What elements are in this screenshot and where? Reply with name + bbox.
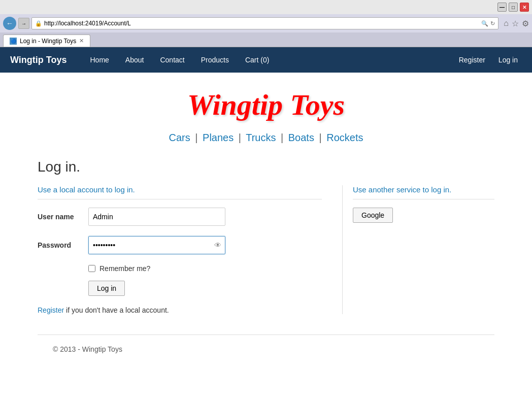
remember-me-label: Remember me? (99, 264, 150, 273)
settings-icon[interactable]: ⚙ (522, 19, 529, 28)
tab-bar: 🔵 Log in - Wingtip Toys ✕ (0, 32, 532, 47)
nav-arrows: → (18, 18, 29, 29)
site-nav-right: Register Log in (455, 49, 522, 71)
site-footer: © 2013 - Wingtip Toys (38, 334, 494, 363)
nav-login[interactable]: Log in (494, 49, 522, 71)
remember-me-row: Remember me? (88, 264, 322, 273)
local-section-title: Use a local account to log in. (38, 185, 322, 199)
username-input[interactable] (88, 208, 225, 226)
site-brand[interactable]: Wingtip Toys (10, 55, 67, 65)
site-content: Wingtip Toys Cars | Planes | Trucks | Bo… (22, 73, 510, 374)
address-icons: 🔍 ↻ (481, 20, 495, 27)
site-navbar: Wingtip Toys Home About Contact Products… (0, 47, 532, 73)
footer-text: © 2013 - Wingtip Toys (53, 345, 122, 353)
refresh-icon[interactable]: ↻ (490, 20, 495, 27)
cat-sep-4: | (319, 132, 321, 143)
forward-button[interactable]: → (18, 18, 29, 29)
login-external-section: Use another service to log in. Google (342, 185, 494, 314)
address-input[interactable] (44, 20, 481, 27)
active-tab[interactable]: 🔵 Log in - Wingtip Toys ✕ (3, 35, 90, 47)
tab-title: Log in - Wingtip Toys (20, 38, 76, 45)
password-input[interactable] (88, 236, 225, 254)
browser-nav-bar: ← → 🔒 🔍 ↻ ⌂ ☆ ⚙ (0, 14, 532, 32)
nav-cart[interactable]: Cart (0) (237, 49, 277, 71)
category-nav: Cars | Planes | Trucks | Boats | Rockets (38, 132, 494, 144)
password-toggle-icon[interactable]: 👁 (214, 241, 221, 249)
home-icon[interactable]: ⌂ (504, 19, 509, 28)
address-bar[interactable]: 🔒 🔍 ↻ (31, 17, 498, 29)
category-cars[interactable]: Cars (169, 132, 190, 143)
nav-contact[interactable]: Contact (152, 49, 192, 71)
cat-sep-2: | (239, 132, 241, 143)
login-layout: Use a local account to log in. User name… (38, 185, 494, 314)
browser-toolbar-icons: ⌂ ☆ ⚙ (504, 19, 529, 28)
minimize-button[interactable]: — (497, 3, 507, 12)
username-row: User name (38, 208, 322, 226)
tab-favicon: 🔵 (10, 38, 17, 45)
category-rockets[interactable]: Rockets (326, 132, 363, 143)
maximize-button[interactable]: □ (509, 3, 518, 12)
external-section-title: Use another service to log in. (353, 185, 494, 199)
login-button[interactable]: Log in (88, 281, 125, 296)
password-row: Password 👁 (38, 236, 322, 254)
hero-title: Wingtip Toys (38, 88, 494, 122)
nav-products[interactable]: Products (193, 49, 237, 71)
back-button[interactable]: ← (3, 17, 16, 30)
username-label: User name (38, 213, 88, 221)
close-button[interactable]: ✕ (520, 3, 529, 12)
category-trucks[interactable]: Trucks (246, 132, 276, 143)
search-icon: 🔍 (481, 20, 488, 27)
register-link-row: Register if you don't have a local accou… (38, 306, 322, 314)
title-bar: — □ ✕ (0, 0, 532, 14)
site-nav-links: Home About Contact Products Cart (0) (82, 49, 455, 71)
login-heading: Log in. (38, 159, 494, 175)
nav-home[interactable]: Home (82, 49, 117, 71)
password-wrapper: 👁 (88, 236, 225, 254)
google-login-button[interactable]: Google (353, 208, 393, 223)
category-planes[interactable]: Planes (203, 132, 234, 143)
favorites-icon[interactable]: ☆ (512, 19, 519, 28)
tab-close-button[interactable]: ✕ (79, 38, 84, 44)
category-boats[interactable]: Boats (288, 132, 314, 143)
site-wrapper: Wingtip Toys Home About Contact Products… (0, 47, 532, 403)
register-link-text: if you don't have a local account. (66, 306, 169, 314)
nav-register[interactable]: Register (455, 49, 489, 71)
cat-sep-3: | (281, 132, 283, 143)
login-local-section: Use a local account to log in. User name… (38, 185, 322, 314)
window-controls: — □ ✕ (497, 3, 529, 12)
nav-about[interactable]: About (117, 49, 152, 71)
cat-sep-1: | (195, 132, 197, 143)
password-label: Password (38, 241, 88, 249)
register-link[interactable]: Register (38, 306, 64, 314)
remember-me-checkbox[interactable] (88, 265, 95, 272)
